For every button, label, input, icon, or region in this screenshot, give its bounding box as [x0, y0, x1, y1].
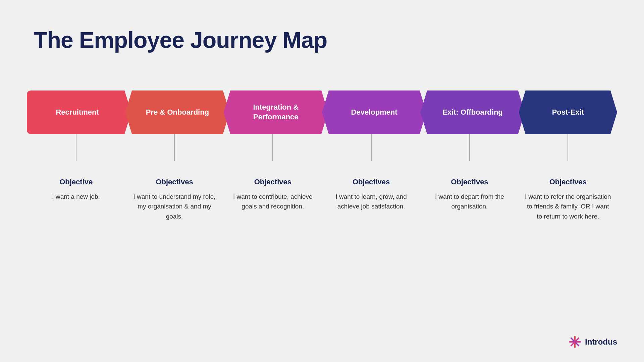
connector-line-development — [371, 134, 372, 161]
stage-label-exit-offboarding: Exit: Offboarding — [432, 108, 513, 117]
objective-heading-recruitment: Objective — [59, 178, 93, 186]
logo-text: Introdus — [585, 337, 617, 347]
objective-heading-exit-offboarding: Objectives — [451, 178, 488, 186]
stage-label-integration-performance: Integration & Performance — [224, 103, 328, 122]
objective-text-pre-onboarding: I want to understand my role, my organis… — [130, 192, 218, 221]
connector-line-exit-offboarding — [469, 134, 470, 161]
stage-integration-performance: Integration & Performance — [224, 90, 322, 134]
stage-label-pre-onboarding: Pre & Onboarding — [136, 108, 219, 117]
connector-line-post-exit — [568, 134, 568, 161]
objective-col-post-exit: ObjectivesI want to refer the organisati… — [519, 178, 617, 221]
connector-line-recruitment — [76, 134, 76, 161]
page-title: The Employee Journey Map — [34, 27, 327, 53]
stage-label-development: Development — [341, 108, 408, 117]
objective-heading-integration-performance: Objectives — [254, 178, 291, 186]
objectives-section: ObjectiveI want a new job.ObjectivesI wa… — [27, 178, 617, 221]
objective-heading-development: Objectives — [353, 178, 390, 186]
connector-line-integration-performance — [272, 134, 273, 161]
objective-col-development: ObjectivesI want to learn, grow, and ach… — [322, 178, 420, 221]
objective-text-recruitment: I want a new job. — [52, 192, 100, 201]
objective-text-development: I want to learn, grow, and achieve job s… — [327, 192, 415, 212]
objective-text-exit-offboarding: I want to depart from the organisation. — [425, 192, 514, 212]
stage-development: Development — [322, 90, 420, 134]
stage-label-post-exit: Post-Exit — [542, 108, 594, 117]
objective-text-integration-performance: I want to contribute, achieve goals and … — [229, 192, 317, 212]
stage-label-recruitment: Recruitment — [49, 108, 109, 117]
journey-map: RecruitmentPre & OnboardingIntegration &… — [27, 90, 617, 134]
connector-line-pre-onboarding — [174, 134, 175, 161]
stage-exit-offboarding: Exit: Offboarding — [420, 90, 519, 134]
objective-col-integration-performance: ObjectivesI want to contribute, achieve … — [224, 178, 322, 221]
objective-heading-post-exit: Objectives — [549, 178, 587, 186]
logo-area: Introdus — [568, 335, 617, 349]
objective-text-post-exit: I want to refer the organisation to frie… — [524, 192, 612, 221]
objective-heading-pre-onboarding: Objectives — [156, 178, 193, 186]
objective-col-exit-offboarding: ObjectivesI want to depart from the orga… — [420, 178, 519, 221]
objective-col-recruitment: ObjectiveI want a new job. — [27, 178, 125, 221]
objective-col-pre-onboarding: ObjectivesI want to understand my role, … — [125, 178, 223, 221]
stage-pre-onboarding: Pre & Onboarding — [125, 90, 223, 134]
stage-recruitment: Recruitment — [27, 90, 125, 134]
stage-post-exit: Post-Exit — [519, 90, 617, 134]
introdus-logo-icon — [568, 335, 582, 349]
